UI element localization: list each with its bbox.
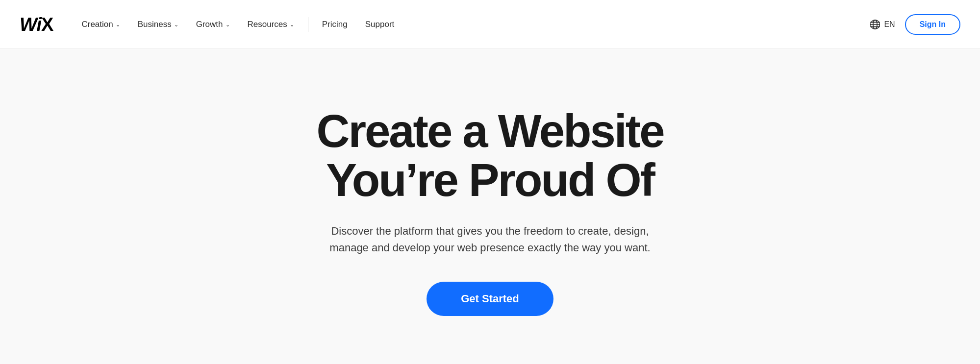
language-label: EN — [884, 20, 895, 29]
nav-support-label: Support — [365, 20, 395, 29]
nav-business-label: Business — [138, 20, 172, 29]
nav-item-resources[interactable]: Resources ⌄ — [239, 16, 303, 33]
nav-item-creation[interactable]: Creation ⌄ — [73, 16, 128, 33]
nav-pricing-label: Pricing — [322, 20, 348, 29]
hero-title: Create a Website You’re Proud Of — [317, 107, 664, 205]
nav-item-growth[interactable]: Growth ⌄ — [187, 16, 239, 33]
hero-subtitle: Discover the platform that gives you the… — [324, 223, 657, 256]
nav-item-business[interactable]: Business ⌄ — [129, 16, 187, 33]
hero-title-line2: You’re Proud Of — [326, 154, 654, 206]
navbar-right: EN Sign In — [870, 14, 960, 35]
nav-item-pricing[interactable]: Pricing — [313, 16, 356, 33]
chevron-down-icon: ⌄ — [290, 22, 294, 28]
nav-creation-label: Creation — [81, 20, 113, 29]
nav-divider — [308, 17, 308, 32]
get-started-button[interactable]: Get Started — [427, 282, 553, 316]
hero-title-line1: Create a Website — [317, 105, 664, 157]
nav-growth-label: Growth — [196, 20, 223, 29]
globe-icon — [870, 19, 880, 30]
wix-logo: WiX — [20, 15, 53, 34]
chevron-down-icon: ⌄ — [116, 22, 120, 28]
logo[interactable]: WiX — [20, 15, 53, 34]
sign-in-button[interactable]: Sign In — [905, 14, 960, 35]
navbar: WiX Creation ⌄ Business ⌄ Growth ⌄ Resou… — [0, 0, 980, 49]
chevron-down-icon: ⌄ — [174, 22, 178, 28]
nav-resources-label: Resources — [248, 20, 287, 29]
nav-item-support[interactable]: Support — [356, 16, 403, 33]
language-selector[interactable]: EN — [870, 19, 895, 30]
chevron-down-icon: ⌄ — [226, 22, 230, 28]
nav-main: Creation ⌄ Business ⌄ Growth ⌄ Resources… — [73, 16, 870, 33]
hero-section: Create a Website You’re Proud Of Discove… — [0, 49, 980, 364]
